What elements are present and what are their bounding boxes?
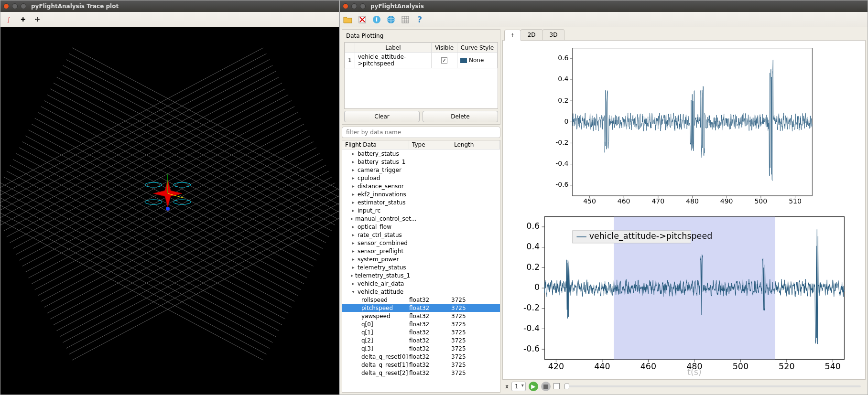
col-flight-data[interactable]: Flight Data (342, 140, 409, 149)
clear-button[interactable]: Clear (344, 111, 420, 122)
tree-field[interactable]: q[1]float323725 (342, 328, 500, 336)
tree-topic[interactable]: ▸battery_status_1 (342, 158, 500, 166)
svg-line-41 (47, 165, 326, 313)
svg-line-30 (25, 136, 304, 284)
quad-side-icon[interactable]: ✚ (18, 14, 28, 25)
svg-text:-0.6: -0.6 (523, 344, 540, 353)
delete-button[interactable]: Delete (423, 111, 498, 122)
svg-text:520: 520 (779, 362, 794, 371)
tree-topic[interactable]: ▸system_power (342, 255, 500, 263)
tree-topic[interactable]: ▸battery_status (342, 149, 500, 158)
globe-icon[interactable] (386, 14, 396, 25)
tree-topic[interactable]: ▸distance_sensor (342, 182, 500, 190)
flight-data-tree[interactable]: Flight Data Type Length ▸battery_status▸… (342, 140, 500, 393)
tree-topic[interactable]: ▸sensor_combined (342, 239, 500, 247)
tree-field[interactable]: delta_q_reset[0]float323725 (342, 352, 500, 361)
svg-line-10 (56, 77, 335, 225)
curve-style[interactable]: None (457, 53, 498, 68)
tree-topic[interactable]: ▸camera_trigger (342, 166, 500, 174)
svg-line-49 (60, 189, 338, 337)
chart-detail[interactable]: -0.6-0.4-0.200.20.40.6450460470480490500… (505, 43, 863, 210)
stop-button[interactable]: ■ (541, 382, 551, 391)
svg-line-46 (0, 183, 279, 331)
tree-topic[interactable]: ▸ekf2_innovations (342, 190, 500, 198)
help-icon[interactable]: ? (414, 14, 425, 25)
col-visible[interactable]: Visible (432, 43, 457, 53)
svg-line-38 (13, 160, 292, 308)
col-length[interactable]: Length (451, 140, 500, 149)
col-curve[interactable]: Curve Style (457, 43, 498, 53)
tree-topic[interactable]: ▸vehicle_air_data (342, 279, 500, 288)
svg-text:0.4: 0.4 (526, 242, 540, 251)
svg-point-60 (174, 182, 191, 187)
visible-checkbox[interactable]: ✓ (441, 57, 447, 64)
svg-line-34 (19, 148, 298, 296)
tree-field[interactable]: q[2]float323725 (342, 336, 500, 344)
time-slider[interactable] (564, 385, 861, 387)
tree-field[interactable]: pitchspeedfloat323725 (342, 304, 500, 312)
chart-overview[interactable]: -0.6-0.4-0.200.20.40.6420440460480500520… (505, 210, 863, 377)
minimize-icon[interactable] (351, 3, 357, 9)
grid-settings-icon[interactable] (400, 14, 411, 25)
tree-field[interactable]: rollspeedfloat323725 (342, 296, 500, 304)
tab-3d[interactable]: 3D (542, 29, 565, 40)
maximize-icon[interactable] (360, 3, 366, 9)
col-type[interactable]: Type (409, 140, 451, 149)
tree-field[interactable]: q[0]float323725 (342, 320, 500, 328)
tree-field[interactable]: yawspeedfloat323725 (342, 312, 500, 320)
svg-line-51 (63, 194, 339, 342)
tree-topic[interactable]: ▸optical_flow (342, 223, 500, 231)
tree-field[interactable]: q[3]float323725 (342, 344, 500, 352)
tree-topic[interactable]: ▸estimator_status (342, 198, 500, 206)
svg-text:-0.2: -0.2 (555, 139, 568, 146)
titlebar-right[interactable]: pyFlightAnalysis (340, 0, 868, 12)
tree-topic[interactable]: ▸input_rc (342, 206, 500, 214)
loop-checkbox[interactable] (553, 383, 560, 389)
svg-line-43 (50, 171, 329, 319)
trace-plot-window: pyFlightAnalysis Trace plot ∫ ✚ ✣ (0, 0, 339, 395)
speed-combo[interactable]: 1 (511, 382, 526, 391)
svg-text:-0.2: -0.2 (523, 303, 540, 312)
playback-bar: x 1 ▶ ■ (502, 379, 866, 393)
info-icon[interactable]: i (371, 14, 382, 25)
tab-t[interactable]: t (504, 30, 521, 41)
svg-text:vehicle_attitude->pitchspeed: vehicle_attitude->pitchspeed (589, 231, 713, 241)
open-folder-icon[interactable] (343, 14, 353, 25)
tree-topic[interactable]: ▸rate_ctrl_status (342, 231, 500, 239)
svg-line-36 (16, 153, 294, 301)
tree-field[interactable]: delta_q_reset[2]float323725 (342, 369, 500, 377)
tab-2d[interactable]: 2D (521, 29, 543, 40)
col-label[interactable]: Label (355, 43, 431, 53)
tree-topic[interactable]: ▸sensor_preflight (342, 247, 500, 255)
svg-text:540: 540 (825, 362, 841, 371)
svg-point-59 (145, 182, 162, 187)
close-icon[interactable] (3, 3, 9, 9)
close-icon[interactable] (343, 3, 348, 9)
window-title: pyFlightAnalysis (370, 3, 424, 10)
tree-topic[interactable]: ▸manual_control_set... (342, 214, 500, 223)
svg-text:450: 450 (583, 197, 596, 205)
curve-table[interactable]: Label Visible Curve Style 1 vehicle_atti… (344, 42, 498, 109)
tree-topic[interactable]: ▸cpuload (342, 174, 500, 182)
tree-topic-expanded[interactable]: ▾vehicle_attitude (342, 288, 500, 296)
titlebar-left[interactable]: pyFlightAnalysis Trace plot (0, 0, 339, 12)
svg-line-13 (3, 83, 282, 231)
minimize-icon[interactable] (12, 3, 18, 9)
quad-top-icon[interactable]: ✣ (32, 14, 43, 25)
main-toolbar: i ? (340, 12, 868, 27)
svg-line-7 (0, 65, 272, 214)
tree-topic[interactable]: ▸telemetry_status (342, 263, 500, 271)
maximize-icon[interactable] (21, 3, 26, 9)
delete-icon[interactable] (357, 14, 368, 25)
table-row[interactable]: 1 vehicle_attitude->pitchspeed ✓ None (345, 53, 498, 68)
curve-tool-icon[interactable]: ∫ (3, 14, 14, 25)
tree-field[interactable]: delta_q_reset[1]float323725 (342, 361, 500, 369)
tree-topic[interactable]: ▸telemetry_status_1 (342, 271, 500, 279)
filter-input[interactable] (342, 127, 500, 138)
curve-label[interactable]: vehicle_attitude->pitchspeed (355, 53, 431, 68)
plot-area[interactable]: -0.6-0.4-0.200.20.40.6450460470480490500… (502, 41, 866, 379)
svg-line-47 (56, 183, 335, 331)
3d-viewport[interactable] (0, 27, 339, 395)
play-button[interactable]: ▶ (529, 382, 538, 391)
quadrotor-model (145, 174, 191, 211)
